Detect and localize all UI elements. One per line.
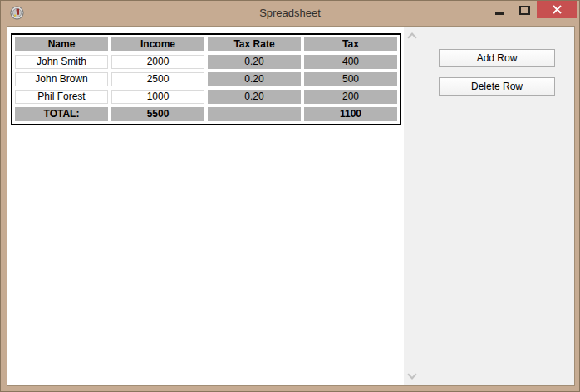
window-controls [487,1,577,18]
titlebar[interactable]: Spreadsheet [1,1,579,26]
delete-row-button[interactable]: Delete Row [439,77,555,96]
maximize-icon [519,6,530,15]
name-cell[interactable]: Phil Forest [15,90,108,104]
name-cell[interactable]: John Brown [15,72,108,86]
total-tax-cell: 1100 [304,107,397,121]
total-label-cell: TOTAL: [15,107,108,121]
tax-cell: 400 [304,55,397,69]
income-cell[interactable]: 2500 [111,72,204,86]
total-tax-rate-cell [208,107,301,121]
spreadsheet-table: NameIncomeTax RateTaxJohn Smith20000.204… [15,37,397,121]
close-button[interactable] [537,1,577,18]
column-header-tax-rate: Tax Rate [208,37,301,51]
spreadsheet-window: Spreadsheet NameIncomeTax RateTaxJohn Sm… [0,0,580,392]
add-row-button[interactable]: Add Row [439,49,555,67]
table-frame: NameIncomeTax RateTaxJohn Smith20000.204… [11,33,401,125]
chevron-up-icon[interactable] [407,32,416,42]
tax-rate-cell: 0.20 [208,90,301,104]
income-cell[interactable]: 1000 [111,90,204,104]
tax-cell: 200 [304,90,397,104]
total-income-cell: 5500 [111,107,204,121]
main-area: NameIncomeTax RateTaxJohn Smith20000.204… [7,26,575,386]
side-panel: Add Row Delete Row [420,27,574,385]
minimize-button[interactable] [487,1,512,18]
column-header-tax: Tax [304,37,397,51]
name-cell[interactable]: John Smith [15,55,108,69]
tax-rate-cell: 0.20 [208,72,301,86]
vertical-scrollbar[interactable] [404,27,420,385]
maximize-button[interactable] [512,1,537,18]
close-icon [553,5,562,14]
minimize-icon [495,12,504,15]
tax-cell: 500 [304,72,397,86]
column-header-income: Income [111,37,204,51]
income-cell[interactable]: 2000 [111,55,204,69]
tax-rate-cell: 0.20 [208,55,301,69]
spreadsheet-canvas: NameIncomeTax RateTaxJohn Smith20000.204… [7,27,404,385]
chevron-down-icon[interactable] [407,370,416,379]
column-header-name: Name [15,37,108,51]
